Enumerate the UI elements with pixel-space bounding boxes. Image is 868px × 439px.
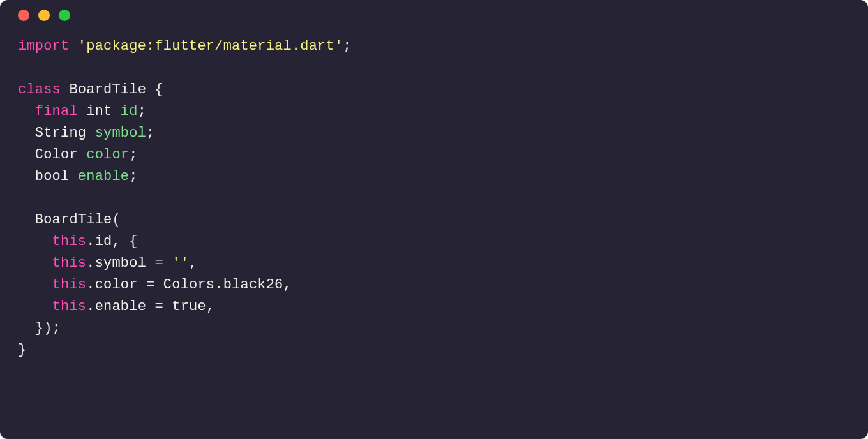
type-int: int — [86, 103, 112, 119]
code-line-11: this.symbol = '', — [18, 255, 197, 271]
code-line-5: String symbol; — [18, 125, 154, 141]
value-black26: black26 — [223, 277, 283, 293]
zoom-icon[interactable] — [59, 10, 70, 21]
code-line-10: this.id, { — [18, 234, 138, 249]
minimize-icon[interactable] — [38, 10, 50, 21]
keyword-import: import — [18, 38, 69, 54]
class-name: BoardTile — [69, 82, 146, 98]
keyword-this: this — [52, 277, 87, 293]
param-id: id — [95, 234, 112, 249]
keyword-class: class — [18, 82, 61, 98]
field-enable: enable — [78, 168, 129, 184]
keyword-this: this — [52, 255, 87, 271]
code-line-13: this.enable = true, — [18, 299, 214, 315]
code-line-9: BoardTile( — [18, 212, 121, 228]
type-color: Color — [35, 147, 78, 163]
param-color: color — [95, 277, 138, 293]
keyword-this: this — [52, 234, 87, 249]
editor-window: import 'package:flutter/material.dart'; … — [0, 0, 868, 439]
value-true: true — [172, 299, 206, 315]
code-line-4: final int id; — [18, 103, 146, 119]
code-line-12: this.color = Colors.black26, — [18, 277, 292, 293]
code-editor[interactable]: import 'package:flutter/material.dart'; … — [0, 31, 868, 379]
param-enable: enable — [95, 299, 146, 315]
code-line-15: } — [18, 342, 26, 358]
code-line-14: }); — [18, 320, 61, 336]
string-literal: '' — [172, 255, 189, 271]
keyword-final: final — [35, 103, 78, 119]
constructor-name: BoardTile — [35, 212, 112, 228]
value-colors: Colors — [163, 277, 214, 293]
param-symbol: symbol — [95, 255, 146, 271]
type-string: String — [35, 125, 86, 141]
field-symbol: symbol — [95, 125, 146, 141]
window-titlebar — [0, 0, 868, 31]
code-line-7: bool enable; — [18, 168, 138, 184]
keyword-this: this — [52, 299, 87, 315]
field-id: id — [121, 103, 138, 119]
field-color: color — [86, 147, 129, 163]
type-bool: bool — [35, 168, 70, 184]
code-line-1: import 'package:flutter/material.dart'; — [18, 38, 352, 54]
string-literal: 'package:flutter/material.dart' — [78, 38, 343, 54]
code-line-6: Color color; — [18, 147, 138, 163]
code-line-3: class BoardTile { — [18, 82, 163, 98]
close-icon[interactable] — [18, 10, 29, 21]
